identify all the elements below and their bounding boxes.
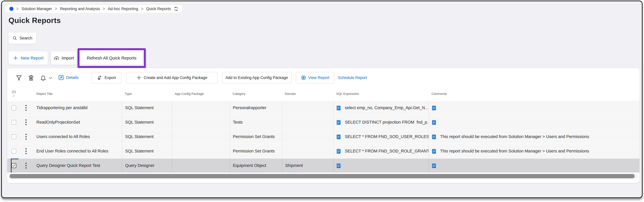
cell-type: SQL Statement [122, 101, 172, 115]
cell-domain [282, 115, 333, 129]
cell-type: SQL Statement [122, 115, 172, 129]
column-header-report-title[interactable]: Report Title [34, 92, 122, 96]
cell-app-config-package [172, 115, 230, 129]
chevron-right-icon: > [16, 6, 18, 12]
table-row[interactable]: Users connected to All Roles SQL Stateme… [7, 130, 640, 144]
view-report-button[interactable]: View Report [296, 72, 334, 84]
row-menu-cell [18, 101, 34, 115]
kebab-menu-icon[interactable] [25, 104, 27, 111]
delete-icon[interactable] [28, 74, 34, 81]
refresh-all-quick-reports-button[interactable]: Refresh All Quick Reports [80, 52, 143, 65]
breadcrumb-item-solution-manager[interactable]: Solution Manager [22, 7, 52, 11]
cell-app-config-package [172, 101, 230, 115]
quick-reports-table-card: Details Export Create and Add App Config… [7, 68, 640, 183]
chevron-right-icon: > [103, 6, 105, 12]
row-checkbox[interactable] [12, 149, 16, 154]
row-menu-cell [18, 130, 34, 144]
sql-note-icon[interactable] [336, 105, 341, 110]
eye-icon [301, 75, 306, 80]
horizontal-scrollbar[interactable] [9, 174, 638, 178]
row-checkbox[interactable] [12, 106, 16, 110]
row-menu-cell [18, 158, 34, 172]
column-header-sql-expression[interactable]: SQL Expression [333, 92, 428, 96]
new-report-button[interactable]: New Report [8, 52, 48, 65]
create-and-add-app-config-package-button[interactable]: Create and Add App Config Package [126, 72, 218, 84]
cell-domain: Shipment [282, 158, 333, 172]
table-body: Tidrapportering per anställd SQL Stateme… [7, 101, 640, 173]
breadcrumb-item-quick-reports[interactable]: Quick Reports [146, 7, 171, 11]
column-header-category[interactable]: Category [230, 92, 282, 96]
details-button[interactable]: Details [58, 74, 78, 80]
annotation-box-refresh-all: Refresh All Quick Reports [78, 48, 146, 68]
table-row[interactable]: ReadOnlyProjectionSet SQL Statement Test… [7, 115, 640, 130]
row-menu-cell [18, 115, 34, 129]
cell-app-config-package [172, 144, 230, 158]
column-header-comments[interactable]: Comments [428, 92, 640, 96]
sql-note-icon[interactable] [336, 120, 341, 125]
breadcrumb-item-reporting-and-analysis[interactable]: Reporting and Analysis [60, 7, 100, 11]
cell-type: SQL Statement [122, 130, 172, 144]
add-to-existing-app-config-package-button[interactable]: Add to Existing App Config Package [222, 72, 292, 84]
cell-report-title: Tidrapportering per anställd [34, 101, 122, 115]
comments-note-icon[interactable] [432, 134, 436, 140]
row-checkbox-cell [9, 101, 18, 115]
plus-icon [13, 55, 18, 61]
app-logo-dot [10, 7, 14, 11]
comments-note-icon[interactable] [432, 105, 436, 110]
kebab-menu-icon[interactable] [25, 162, 27, 169]
sql-note-icon[interactable] [336, 134, 341, 140]
chevron-down-icon[interactable] [48, 76, 53, 80]
selection-check-icon: ✓ [9, 94, 18, 98]
table-row[interactable]: Query Designer Quick Report Test Query D… [7, 158, 640, 173]
table-row[interactable]: Tidrapportering per anställd SQL Stateme… [7, 101, 640, 115]
cell-report-title: ReadOnlyProjectionSet [34, 115, 122, 129]
row-checkbox[interactable] [12, 163, 16, 168]
cell-comments: This report should be executed from Solu… [428, 130, 640, 144]
row-menu-cell [18, 144, 34, 158]
cell-category: Personalrapporter [230, 101, 282, 115]
search-button[interactable]: Search [8, 32, 36, 44]
cell-app-config-package [172, 130, 230, 144]
cell-comments [428, 115, 640, 129]
breadcrumb: > Solution Manager > Reporting and Analy… [5, 5, 183, 13]
export-button[interactable]: Export [92, 72, 121, 84]
sql-note-icon[interactable] [336, 163, 341, 168]
kebab-menu-icon[interactable] [25, 148, 27, 155]
import-button[interactable]: Import [51, 52, 77, 65]
sql-note-icon[interactable] [336, 148, 341, 154]
table-row[interactable]: End User Roles connected to All Roles SQ… [7, 144, 640, 158]
refresh-icon[interactable] [174, 6, 178, 11]
row-checkbox[interactable] [12, 134, 16, 139]
chevron-right-icon: > [141, 6, 143, 12]
cell-report-title: End User Roles connected to All Roles [34, 144, 122, 158]
breadcrumb-item-ad-hoc-reporting[interactable]: Ad-hoc Reporting [108, 7, 138, 11]
cell-sql-expression [333, 158, 428, 172]
row-checkbox-cell [9, 115, 18, 129]
cell-sql-expression: select emp_no, Company_Emp_Api.Get_N... [333, 101, 428, 115]
upload-cloud-icon [54, 55, 59, 61]
column-header-domain[interactable]: Domain [282, 92, 333, 96]
comments-note-icon[interactable] [432, 148, 436, 154]
filter-icon[interactable] [16, 74, 22, 81]
comments-note-icon[interactable] [432, 163, 436, 168]
column-header-app-config-package[interactable]: App Config Package [172, 92, 230, 96]
open-details-icon [58, 74, 64, 80]
cell-domain [282, 144, 333, 158]
kebab-menu-icon[interactable] [25, 119, 27, 126]
chevron-right-icon: > [55, 6, 57, 12]
plus-icon [136, 75, 142, 80]
selection-count: (1) ✓ [9, 90, 18, 98]
cell-category: Tests [230, 115, 282, 129]
schedule-report-button[interactable]: Schedule Report [337, 72, 368, 84]
cell-category: Equipment Object [230, 158, 282, 172]
row-checkbox[interactable] [12, 120, 16, 125]
cell-domain [282, 101, 333, 115]
search-icon [12, 36, 17, 40]
notification-bell-icon[interactable] [40, 74, 46, 81]
column-header-type[interactable]: Type [122, 92, 172, 96]
row-checkbox-cell [9, 158, 18, 172]
cell-comments: This report should be executed from Solu… [428, 144, 640, 158]
comments-note-icon[interactable] [432, 120, 436, 125]
kebab-menu-icon[interactable] [25, 133, 27, 140]
scrollbar-thumb[interactable] [10, 174, 634, 178]
